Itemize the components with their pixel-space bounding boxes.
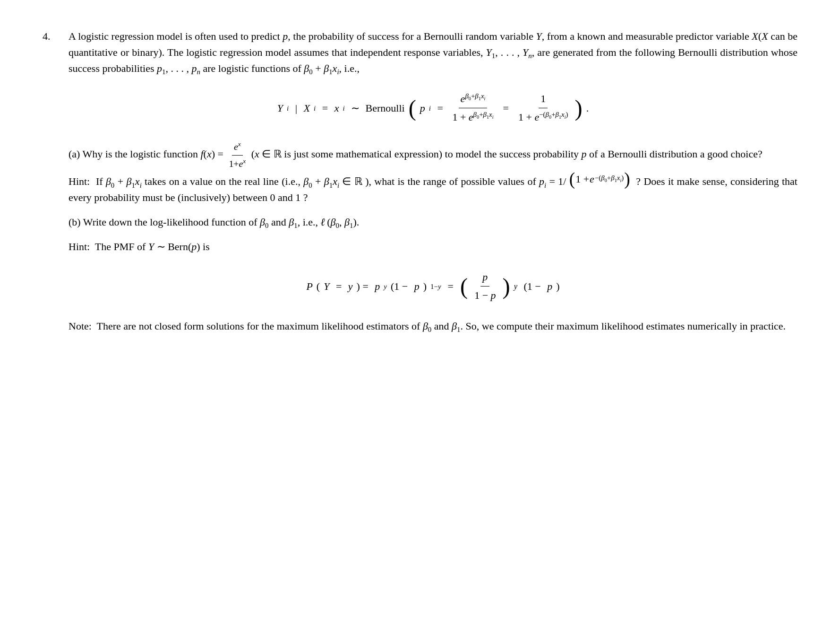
- part-a: (a) Why is the logistic function f(x) = …: [69, 139, 797, 206]
- part-b-text: (b) Write down the log-likelihood functi…: [69, 214, 797, 230]
- pmf-equation: P(Y = y) = py(1 − p)1−y = ( p 1 − p ) y …: [69, 269, 797, 304]
- problem-container: 4. A logistic regression model is often …: [43, 28, 797, 334]
- note: Note: There are not closed form solution…: [69, 318, 797, 334]
- intro-paragraph: A logistic regression model is often use…: [69, 28, 797, 77]
- part-a-text: (a) Why is the logistic function f(x) = …: [69, 139, 797, 171]
- problem-label: 4.: [43, 28, 69, 44]
- main-equation: Yi | Xi = xi ∼ Bernoulli ( pi = eβ0+β1xi…: [69, 91, 797, 125]
- problem-number: 4. A logistic regression model is often …: [43, 28, 797, 334]
- problem-body: A logistic regression model is often use…: [69, 28, 797, 334]
- note-text: Note: There are not closed form solution…: [69, 318, 797, 334]
- hint2: Hint: The PMF of Y ∼ Bern(p) is P(Y = y)…: [69, 239, 797, 304]
- part-b: (b) Write down the log-likelihood functi…: [69, 214, 797, 230]
- hint2-text: Hint: The PMF of Y ∼ Bern(p) is: [69, 239, 797, 255]
- part-a-hint: Hint: If β0 + β1xi takes on a value on t…: [69, 171, 797, 206]
